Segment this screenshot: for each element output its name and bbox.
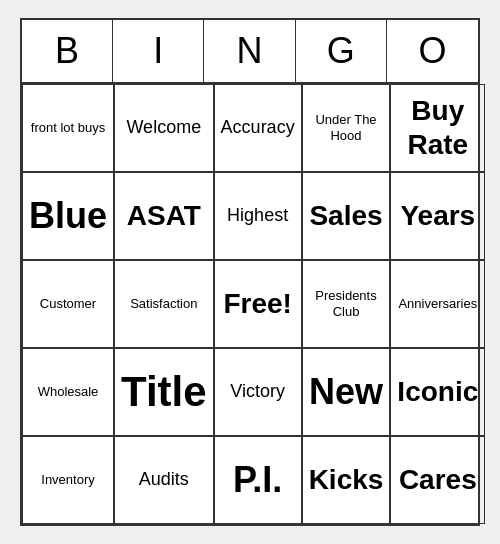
bingo-cell: Cares	[390, 436, 485, 524]
bingo-grid: front lot buysWelcomeAccuracyUnder The H…	[22, 84, 478, 524]
cell-text: Free!	[223, 287, 291, 321]
cell-text: Victory	[230, 381, 285, 403]
bingo-cell: P.I.	[214, 436, 302, 524]
cell-text: Cares	[399, 463, 477, 497]
header-letter: I	[113, 20, 204, 82]
bingo-cell: Buy Rate	[390, 84, 485, 172]
header-letter: B	[22, 20, 113, 82]
bingo-cell: Kicks	[302, 436, 391, 524]
bingo-cell: Accuracy	[214, 84, 302, 172]
cell-text: Iconic	[397, 375, 478, 409]
cell-text: Under The Hood	[309, 112, 384, 143]
bingo-card: BINGO front lot buysWelcomeAccuracyUnder…	[20, 18, 480, 526]
bingo-cell: Highest	[214, 172, 302, 260]
cell-text: Wholesale	[38, 384, 99, 400]
cell-text: Blue	[29, 194, 107, 237]
bingo-cell: Victory	[214, 348, 302, 436]
bingo-cell: Customer	[22, 260, 114, 348]
bingo-cell: Years	[390, 172, 485, 260]
cell-text: New	[309, 370, 383, 413]
cell-text: Welcome	[126, 117, 201, 139]
cell-text: Sales	[309, 199, 382, 233]
bingo-cell: Under The Hood	[302, 84, 391, 172]
bingo-cell: Free!	[214, 260, 302, 348]
bingo-cell: ASAT	[114, 172, 214, 260]
cell-text: Years	[400, 199, 475, 233]
header-letter: N	[204, 20, 295, 82]
cell-text: Presidents Club	[309, 288, 384, 319]
bingo-header: BINGO	[22, 20, 478, 84]
cell-text: Anniversaries	[398, 296, 477, 312]
header-letter: G	[296, 20, 387, 82]
cell-text: Inventory	[41, 472, 94, 488]
bingo-cell: Anniversaries	[390, 260, 485, 348]
cell-text: Kicks	[309, 463, 384, 497]
bingo-cell: front lot buys	[22, 84, 114, 172]
bingo-cell: Audits	[114, 436, 214, 524]
cell-text: Satisfaction	[130, 296, 197, 312]
bingo-cell: Inventory	[22, 436, 114, 524]
cell-text: Customer	[40, 296, 96, 312]
cell-text: ASAT	[127, 199, 201, 233]
bingo-cell: Satisfaction	[114, 260, 214, 348]
cell-text: P.I.	[233, 458, 282, 501]
bingo-cell: Title	[114, 348, 214, 436]
bingo-cell: Blue	[22, 172, 114, 260]
bingo-cell: Wholesale	[22, 348, 114, 436]
header-letter: O	[387, 20, 478, 82]
cell-text: Highest	[227, 205, 288, 227]
bingo-cell: Presidents Club	[302, 260, 391, 348]
cell-text: front lot buys	[31, 120, 105, 136]
cell-text: Buy Rate	[397, 94, 478, 161]
cell-text: Title	[121, 367, 207, 417]
cell-text: Accuracy	[221, 117, 295, 139]
bingo-cell: Welcome	[114, 84, 214, 172]
cell-text: Audits	[139, 469, 189, 491]
bingo-cell: New	[302, 348, 391, 436]
bingo-cell: Iconic	[390, 348, 485, 436]
bingo-cell: Sales	[302, 172, 391, 260]
